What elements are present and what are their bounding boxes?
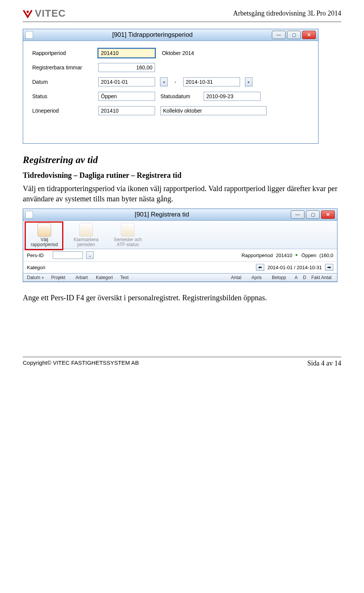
page-number: Sida 4 av 14 — [308, 359, 342, 367]
maximize-button[interactable]: ▢ — [287, 31, 301, 39]
col-apris[interactable]: Apris — [249, 275, 268, 280]
vitec-logo-icon — [23, 9, 33, 19]
loneperiod-desc-input[interactable] — [160, 106, 267, 115]
close-button[interactable]: ✕ — [321, 210, 335, 219]
heading-registrering: Registrering av tid — [23, 154, 341, 166]
tool-label: Klarmarkera perioden — [69, 237, 104, 247]
rp-range: 2014-01-01 / 2014-10-31 — [267, 265, 322, 270]
col-fakt-antal[interactable]: Fakt Antal — [309, 275, 336, 280]
rp-value: 201410 — [276, 253, 292, 258]
col-belopp[interactable]: Belopp — [270, 275, 291, 280]
tool-label: Semester och ATF-status — [110, 237, 145, 247]
datum-from-input[interactable] — [98, 77, 155, 86]
rapportperiod-label: Rapportperiod — [32, 50, 93, 56]
checkmark-icon — [79, 223, 93, 237]
window-registrera-tid: [901] Registrera tid — ▢ ✕ Välj rapportp… — [23, 209, 337, 282]
persid-input[interactable] — [53, 251, 83, 259]
kategori-label: Kategori — [27, 265, 50, 270]
toolbar: Välj rapportperiod Klarmarkera perioden … — [23, 221, 337, 249]
paragraph-1: Välj en tidrapporteringsperiod via ikone… — [23, 184, 341, 204]
svg-point-0 — [27, 11, 29, 13]
status-dot-icon: • — [295, 253, 298, 257]
calendar-icon — [38, 223, 51, 237]
minimize-button[interactable]: — — [272, 31, 286, 39]
window-tidrapporteringsperiod: [901] Tidrapporteringsperiod — ▢ ✕ Rappo… — [23, 29, 318, 144]
col-datum[interactable]: Datum▼ — [25, 275, 47, 280]
tool-klarmarkera[interactable]: Klarmarkera perioden — [69, 223, 104, 247]
window-title: [901] Tidrapporteringsperiod — [36, 31, 269, 39]
status-input[interactable] — [98, 92, 155, 101]
rapportperiod-desc: Oktober 2014 — [160, 50, 194, 56]
datum-label: Datum — [32, 79, 93, 85]
col-kategori[interactable]: Kategori — [94, 275, 116, 280]
col-antal[interactable]: Antal — [229, 275, 248, 280]
footer-rule — [23, 357, 341, 357]
copyright: Copyright© VITEC FASTIGHETSSYSTEM AB — [23, 359, 139, 367]
titlebar: [901] Tidrapporteringsperiod — ▢ ✕ — [23, 29, 318, 41]
page-header: VITEC Arbetsgång tidredovisning 3L Pro 2… — [23, 8, 341, 22]
paragraph-2: Ange ett Pers-ID F4 ger översikt i perso… — [23, 293, 341, 303]
persid-label: Pers-ID — [27, 253, 50, 258]
rp-status: Öppen — [301, 253, 316, 258]
close-button[interactable]: ✕ — [302, 31, 316, 39]
col-d[interactable]: D — [301, 275, 308, 280]
minimize-button[interactable]: — — [291, 210, 304, 219]
registrerbara-label: Registrerbara timmar — [32, 64, 93, 71]
tool-valj-rapportperiod[interactable]: Välj rapportperiod — [27, 223, 62, 247]
logo-text: VITEC — [35, 8, 66, 19]
logo: VITEC — [23, 8, 66, 19]
heading-path: Tidredovisning – Dagliga rutiner – Regis… — [23, 171, 341, 180]
statusdatum-input[interactable] — [204, 92, 260, 101]
app-icon — [25, 31, 33, 39]
sort-icon: ▼ — [40, 276, 44, 280]
statusdatum-label: Statusdatum — [160, 93, 198, 99]
datum-to-input[interactable] — [183, 77, 240, 86]
col-arbart[interactable]: Arbart — [73, 275, 92, 280]
rp-label: Rapportperiod — [242, 253, 273, 258]
loneperiod-label: Löneperiod — [32, 108, 93, 114]
datum-from-dropdown[interactable]: ▾ — [160, 77, 168, 86]
titlebar-2: [901] Registrera tid — ▢ ✕ — [23, 209, 337, 221]
app-icon — [25, 211, 33, 218]
loneperiod-input[interactable] — [98, 106, 155, 115]
document-title: Arbetsgång tidredovisning 3L Pro 2014 — [233, 9, 341, 17]
prev-period-button[interactable]: ⬅ — [256, 264, 264, 271]
rapportperiod-input[interactable] — [98, 49, 155, 58]
persid-lookup-button[interactable]: .. — [86, 251, 94, 259]
grid-header: Datum▼ Projekt Arbart Kategori Text Anta… — [23, 273, 337, 282]
col-projekt[interactable]: Projekt — [49, 275, 72, 280]
infobar-row1: Pers-ID .. Rapportperiod 201410 • Öppen … — [23, 249, 337, 262]
col-a[interactable]: A — [292, 275, 299, 280]
window-title-2: [901] Registrera tid — [36, 211, 288, 218]
maximize-button[interactable]: ▢ — [306, 210, 320, 219]
infobar-row2: Kategori ⬅ 2014-01-01 / 2014-10-31 ➡ — [23, 262, 337, 273]
tool-semester[interactable]: Semester och ATF-status — [110, 223, 145, 247]
datum-to-dropdown[interactable]: ▾ — [245, 77, 253, 86]
rp-hours: (160,0 — [319, 253, 333, 258]
status-label: Status — [32, 93, 93, 99]
palm-tree-icon — [121, 223, 135, 237]
registrerbara-input[interactable] — [98, 63, 155, 72]
col-text[interactable]: Text — [118, 275, 227, 280]
dash: - — [173, 79, 178, 85]
next-period-button[interactable]: ➡ — [325, 264, 333, 271]
tool-label: Välj rapportperiod — [27, 237, 62, 247]
